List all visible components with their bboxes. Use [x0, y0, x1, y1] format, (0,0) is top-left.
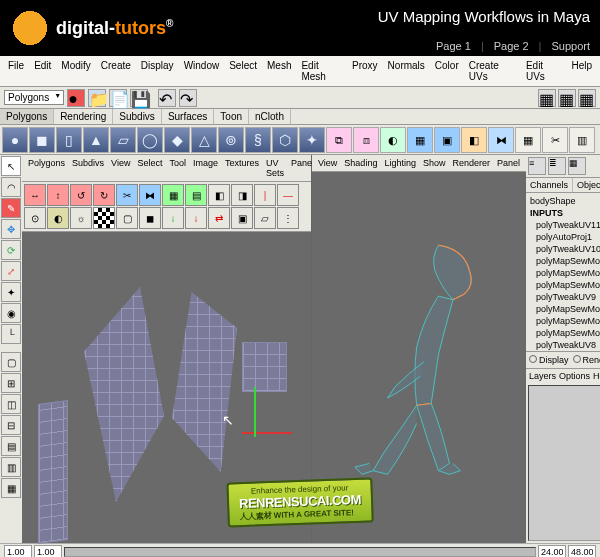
cylinder-icon[interactable]: ▯ [56, 127, 82, 153]
booleans-icon[interactable]: ◐ [380, 127, 406, 153]
statusbar-icon[interactable]: ▦ [578, 89, 596, 107]
statusbar-icon[interactable]: 📄 [109, 89, 127, 107]
layers-menu-options[interactable]: Options [559, 371, 590, 381]
cut-uv-icon[interactable]: ✂ [116, 184, 138, 206]
pyramid-icon[interactable]: △ [191, 127, 217, 153]
uv-menu-textures[interactable]: Textures [222, 157, 262, 179]
layout-icon[interactable]: ▦ [162, 184, 184, 206]
statusbar-icon[interactable]: 💾 [130, 89, 148, 107]
node-item[interactable]: polyTweakUV11 [528, 219, 600, 231]
statusbar-icon[interactable]: ▦ [558, 89, 576, 107]
border-icon[interactable]: ▢ [116, 207, 138, 229]
layers-menu-help[interactable]: Help [593, 371, 600, 381]
menu-edituvs[interactable]: Edit UVs [522, 58, 566, 84]
node-item[interactable]: polyMapSewMove15 [528, 255, 600, 267]
smooth-icon[interactable]: ▦ [407, 127, 433, 153]
vmenu-show[interactable]: Show [420, 157, 449, 169]
single-view-icon[interactable]: ▢ [1, 352, 21, 372]
sphere-icon[interactable]: ● [2, 127, 28, 153]
node-item[interactable]: polyMapSewMove10 [528, 327, 600, 339]
manip-tool-icon[interactable]: ✦ [1, 282, 21, 302]
dim-icon[interactable]: ☼ [70, 207, 92, 229]
platonic-icon[interactable]: ✦ [299, 127, 325, 153]
menu-create[interactable]: Create [97, 58, 135, 84]
hyper-view-icon[interactable]: ⊟ [1, 415, 21, 435]
statusbar-icon[interactable]: ↶ [158, 89, 176, 107]
move-sew-icon[interactable]: ↓ [162, 207, 184, 229]
node-item[interactable]: polyMapSewMove12 [528, 303, 600, 315]
grid-icon[interactable]: ▤ [185, 184, 207, 206]
show-manip-icon[interactable]: └ [1, 324, 21, 344]
node-item[interactable]: polyTweakUV9 [528, 291, 600, 303]
combine-icon[interactable]: ⧉ [326, 127, 352, 153]
paint-select-icon[interactable]: ✎ [1, 198, 21, 218]
menu-editmesh[interactable]: Edit Mesh [297, 58, 346, 84]
prism-icon[interactable]: ◆ [164, 127, 190, 153]
append-icon[interactable]: ▦ [515, 127, 541, 153]
menu-normals[interactable]: Normals [384, 58, 429, 84]
rot-ccw-icon[interactable]: ↺ [70, 184, 92, 206]
menuset-dropdown[interactable]: Polygons [4, 90, 64, 105]
uv-menu-tool[interactable]: Tool [166, 157, 189, 179]
shelf-tab-polygons[interactable]: Polygons [0, 109, 54, 124]
sew-uv-icon[interactable]: ⧓ [139, 184, 161, 206]
node-item[interactable]: polyAutoProj1 [528, 231, 600, 243]
menu-file[interactable]: File [4, 58, 28, 84]
move-sew-icon[interactable]: ↓ [185, 207, 207, 229]
bridge-icon[interactable]: ⧓ [488, 127, 514, 153]
select-tool-icon[interactable]: ↖ [1, 156, 21, 176]
uv-menu-select[interactable]: Select [134, 157, 165, 179]
select-vert-icon[interactable]: ⋮ [277, 207, 299, 229]
vmenu-renderer[interactable]: Renderer [449, 157, 493, 169]
flip-u-icon[interactable]: ↔ [24, 184, 46, 206]
flip-v-icon[interactable]: ↕ [47, 184, 69, 206]
shelf-tab-toon[interactable]: Toon [214, 109, 249, 124]
menu-display[interactable]: Display [137, 58, 178, 84]
uv-menu-uvsets[interactable]: UV Sets [263, 157, 287, 179]
range-start-field[interactable] [34, 545, 62, 557]
radio-render[interactable] [573, 355, 581, 363]
script-view-icon[interactable]: ▥ [1, 457, 21, 477]
select-face-icon[interactable]: ▣ [231, 207, 253, 229]
unfold-icon[interactable]: ◧ [208, 184, 230, 206]
align-v-icon[interactable]: ― [277, 184, 299, 206]
cycle-icon[interactable]: ⇄ [208, 207, 230, 229]
menu-modify[interactable]: Modify [57, 58, 94, 84]
node-item[interactable]: polyMapSewMove13 [528, 279, 600, 291]
rotate-tool-icon[interactable]: ⟳ [1, 240, 21, 260]
bevel-icon[interactable]: ◧ [461, 127, 487, 153]
chbox-icon[interactable]: ▦ [568, 157, 586, 175]
uv-menu-subdivs[interactable]: Subdivs [69, 157, 107, 179]
anim-start-field[interactable] [4, 545, 32, 557]
shelf-tab-subdivs[interactable]: Subdivs [113, 109, 162, 124]
lasso-tool-icon[interactable]: ◠ [1, 177, 21, 197]
menu-help[interactable]: Help [567, 58, 596, 84]
tab-channels[interactable]: Channels [526, 178, 573, 192]
statusbar-icon[interactable]: ↷ [179, 89, 197, 107]
snap-icon[interactable]: ⊙ [24, 207, 46, 229]
move-tool-icon[interactable]: ✥ [1, 219, 21, 239]
persp-outliner-icon[interactable]: ◫ [1, 394, 21, 414]
extract-icon[interactable]: ⧈ [353, 127, 379, 153]
four-view-icon[interactable]: ⊞ [1, 373, 21, 393]
shelf-tab-surfaces[interactable]: Surfaces [162, 109, 214, 124]
uv-menu-view[interactable]: View [108, 157, 133, 179]
node-item[interactable]: polyMapSewMove14 [528, 267, 600, 279]
insert-edge-icon[interactable]: ▥ [569, 127, 595, 153]
node-item[interactable]: polyMapSewMove11 [528, 315, 600, 327]
cone-icon[interactable]: ▲ [83, 127, 109, 153]
chbox-icon[interactable]: ≡ [528, 157, 546, 175]
menu-createuvs[interactable]: Create UVs [465, 58, 520, 84]
torus-icon[interactable]: ◯ [137, 127, 163, 153]
select-edge-icon[interactable]: ▱ [254, 207, 276, 229]
anim-end-field[interactable] [568, 545, 596, 557]
menu-proxy[interactable]: Proxy [348, 58, 382, 84]
cube-icon[interactable]: ◼ [29, 127, 55, 153]
custom-view-icon[interactable]: ▦ [1, 478, 21, 498]
channel-list[interactable]: bodyShape INPUTS polyTweakUV11 polyAutoP… [526, 193, 600, 351]
checker-icon[interactable] [93, 207, 115, 229]
menu-mesh[interactable]: Mesh [263, 58, 295, 84]
node-item[interactable]: bodyShape [528, 195, 600, 207]
plane-icon[interactable]: ▱ [110, 127, 136, 153]
node-item[interactable]: polyTweakUV10 [528, 243, 600, 255]
